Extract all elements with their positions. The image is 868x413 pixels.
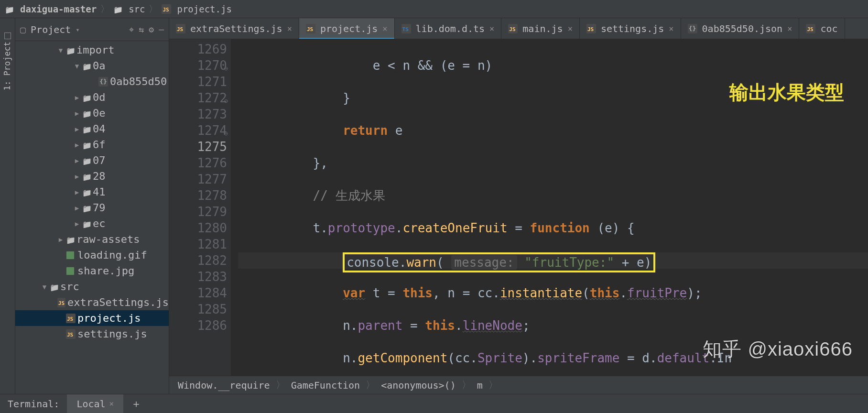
editor-tabs: extraSettings.js× project.js× lib.dom.d.…	[169, 18, 868, 39]
close-icon[interactable]: ×	[109, 399, 114, 408]
tree-folder-ec[interactable]: ec	[15, 216, 169, 231]
ts-file-icon	[401, 24, 411, 33]
close-icon[interactable]: ×	[568, 24, 573, 33]
tree-folder-raw-assets[interactable]: raw-assets	[15, 231, 169, 247]
tab-main[interactable]: main.js×	[501, 18, 580, 39]
expand-icon[interactable]: ⇆	[139, 24, 144, 34]
crumb-item[interactable]: GameFunction	[291, 380, 360, 391]
tab-0ab855d50[interactable]: 0ab855d50.json×	[681, 18, 800, 39]
gear-icon[interactable]: ⚙	[149, 24, 154, 34]
tree-file-share-jpg[interactable]: share.jpg	[15, 263, 169, 279]
annotation-text: 输出水果类型	[729, 79, 844, 106]
close-icon[interactable]: ×	[787, 24, 792, 33]
structure-breadcrumb: Window.__require〉 GameFunction〉 <anonymo…	[169, 376, 868, 394]
json-file-icon	[98, 77, 108, 87]
breadcrumb-root[interactable]: daxigua-master	[20, 4, 97, 14]
crumb-item[interactable]: <anonymous>()	[381, 380, 456, 391]
close-icon[interactable]: ×	[669, 24, 673, 33]
json-file-icon	[688, 24, 697, 33]
tab-project[interactable]: project.js×	[299, 18, 395, 39]
tree-file-loading-gif[interactable]: loading.gif	[15, 247, 169, 263]
crumb-item[interactable]: m	[477, 380, 483, 391]
project-tool-icon[interactable]	[4, 33, 11, 39]
tree-folder-6f[interactable]: 6f	[15, 137, 169, 152]
project-panel-title[interactable]: Project	[31, 24, 80, 35]
js-file-icon	[57, 298, 65, 307]
image-file-icon	[66, 251, 75, 260]
image-file-icon	[66, 267, 75, 275]
tree-file-project[interactable]: project.js	[15, 310, 169, 326]
close-icon[interactable]: ×	[382, 24, 387, 33]
terminal-bar: Terminal: Local× ＋	[0, 394, 868, 413]
breadcrumb-src[interactable]: src	[129, 4, 145, 14]
chevron-right-icon: 〉	[100, 3, 109, 15]
folder-icon	[5, 4, 16, 14]
panel-view-icon: ▢	[20, 24, 26, 35]
tree-file-extrasettings[interactable]: extraSettings.js	[15, 294, 169, 310]
tab-extrasettings[interactable]: extraSettings.js×	[169, 18, 299, 39]
tree-folder-28[interactable]: 28	[15, 168, 169, 184]
minimize-icon[interactable]: —	[159, 24, 164, 34]
editor-area: extraSettings.js× project.js× lib.dom.d.…	[169, 18, 868, 394]
js-file-icon	[66, 329, 76, 339]
tree-folder-41[interactable]: 41	[15, 184, 169, 200]
crumb-item[interactable]: Window.__require	[178, 380, 270, 391]
js-file-icon	[508, 24, 518, 33]
watermark-text: 知乎 @xiaoxi666	[703, 336, 853, 362]
js-file-icon	[176, 24, 185, 33]
folder-icon	[113, 4, 125, 14]
project-panel: ▢ Project ⌖ ⇆ ⚙ — import 0a 0ab855d50 0d…	[15, 18, 169, 394]
chevron-right-icon: 〉	[149, 3, 158, 15]
tab-libdom[interactable]: lib.dom.d.ts×	[395, 18, 502, 39]
tree-file-settings[interactable]: settings.js	[15, 326, 169, 342]
terminal-label[interactable]: Terminal:	[0, 398, 67, 410]
js-file-icon	[162, 4, 171, 14]
js-file-icon	[806, 24, 815, 33]
tree-file-0ab855d50[interactable]: 0ab855d50	[15, 74, 169, 89]
tab-settings[interactable]: settings.js×	[580, 18, 681, 39]
add-terminal-button[interactable]: ＋	[123, 397, 149, 411]
tree-folder-79[interactable]: 79	[15, 200, 169, 216]
tab-coc[interactable]: coc	[799, 18, 845, 39]
js-file-icon	[586, 24, 596, 33]
close-icon[interactable]: ×	[287, 24, 292, 33]
js-file-icon	[306, 24, 315, 33]
editor-gutter[interactable]: 12691270⊖12711272⊖12731274⊖1275127612771…	[169, 39, 231, 376]
tool-window-rail: 1: Project	[0, 18, 15, 394]
target-icon[interactable]: ⌖	[129, 24, 134, 35]
breadcrumb: daxigua-master 〉 src 〉 project.js	[0, 0, 868, 18]
project-tree[interactable]: import 0a 0ab855d50 0d 0e 04 6f 07 28 41…	[15, 41, 169, 394]
tree-folder-src[interactable]: src	[15, 279, 169, 294]
project-panel-header: ▢ Project ⌖ ⇆ ⚙ —	[15, 18, 169, 41]
breadcrumb-file[interactable]: project.js	[177, 4, 231, 14]
tree-folder-07[interactable]: 07	[15, 152, 169, 168]
highlighted-code-box: console.warn( message: "fruitType:" + e)	[343, 252, 655, 272]
project-tool-label[interactable]: 1: Project	[3, 42, 12, 90]
js-file-icon	[66, 314, 76, 323]
tree-folder-0d[interactable]: 0d	[15, 89, 169, 105]
tree-folder-0a[interactable]: 0a	[15, 58, 169, 74]
tree-folder-0e[interactable]: 0e	[15, 105, 169, 121]
tree-folder-04[interactable]: 04	[15, 121, 169, 137]
close-icon[interactable]: ×	[489, 24, 494, 33]
tree-folder-import[interactable]: import	[15, 42, 169, 58]
terminal-tab-local[interactable]: Local×	[67, 394, 123, 413]
